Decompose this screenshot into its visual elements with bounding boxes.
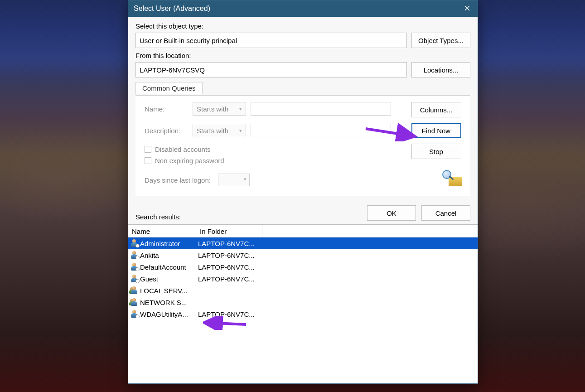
location-label: From this location: [135, 52, 470, 59]
column-folder[interactable]: In Folder [196, 225, 262, 237]
result-folder-cell: LAPTOP-6NV7C... [196, 275, 262, 283]
name-mode-combo[interactable]: Starts with [193, 102, 246, 116]
select-user-dialog: Select User (Advanced) Select this objec… [128, 0, 478, 384]
dialog-top-section: Select this object type: User or Built-i… [128, 17, 478, 201]
result-row[interactable]: DefaultAccountLAPTOP-6NV7C... [128, 261, 478, 273]
user-icon [130, 263, 139, 271]
user-icon [130, 251, 139, 259]
result-name-text: NETWORK S... [140, 299, 187, 306]
result-name-text: LOCAL SERV... [140, 287, 188, 295]
user-icon [130, 310, 139, 318]
action-row: Search results: OK Cancel [128, 201, 478, 224]
result-name-text: WDAGUtilityA... [140, 310, 188, 318]
result-name-cell: NETWORK S... [128, 298, 196, 306]
result-row[interactable]: WDAGUtilityA...LAPTOP-6NV7C... [128, 308, 478, 320]
result-name-cell: Guest [128, 275, 196, 283]
result-folder-cell: LAPTOP-6NV7C... [196, 252, 262, 259]
search-folder-icon [440, 170, 462, 186]
object-type-label: Select this object type: [135, 22, 470, 30]
window-title: Select User (Advanced) [134, 5, 210, 13]
description-mode-combo[interactable]: Starts with [193, 124, 246, 137]
disabled-accounts-label: Disabled accounts [155, 145, 211, 153]
result-name-cell: WDAGUtilityA... [128, 310, 196, 318]
tab-row: Common Queries [135, 82, 470, 96]
result-row[interactable]: LOCAL SERV... [128, 285, 478, 296]
result-name-cell: LOCAL SERV... [128, 286, 196, 295]
result-folder-cell: LAPTOP-6NV7C... [196, 240, 262, 247]
tab-common-queries[interactable]: Common Queries [135, 82, 203, 94]
result-row[interactable]: GuestLAPTOP-6NV7C... [128, 273, 478, 285]
description-filter-label: Description: [145, 127, 188, 135]
result-name-text: Administrator [140, 240, 180, 247]
user-icon [130, 275, 139, 283]
result-row[interactable]: NETWORK S... [128, 296, 478, 308]
locations-button[interactable]: Locations... [411, 62, 470, 77]
ok-button[interactable]: OK [367, 205, 416, 221]
close-icon [464, 5, 470, 13]
annotation-arrow-find-now [363, 123, 418, 141]
group-icon [130, 298, 139, 306]
result-name-cell: DefaultAccount [128, 263, 196, 271]
titlebar[interactable]: Select User (Advanced) [128, 0, 478, 17]
result-name-cell: Administrator [128, 239, 196, 247]
user-icon [130, 239, 139, 247]
results-header: Name In Folder [128, 225, 478, 237]
results-panel: Name In Folder AdministratorLAPTOP-6NV7C… [128, 225, 478, 383]
svg-line-3 [366, 129, 412, 136]
cancel-button[interactable]: Cancel [421, 205, 470, 221]
results-body: AdministratorLAPTOP-6NV7C...AnkitaLAPTOP… [128, 237, 478, 320]
days-since-logon-label: Days since last logon: [145, 176, 211, 184]
result-row[interactable]: AnkitaLAPTOP-6NV7C... [128, 249, 478, 261]
close-button[interactable] [457, 0, 478, 17]
result-name-text: DefaultAccount [140, 263, 186, 271]
result-row[interactable]: AdministratorLAPTOP-6NV7C... [128, 237, 478, 249]
name-filter-input[interactable] [251, 102, 391, 116]
disabled-accounts-checkbox[interactable] [145, 146, 151, 153]
columns-button[interactable]: Columns... [411, 102, 461, 117]
column-name[interactable]: Name [128, 225, 196, 237]
annotation-arrow-local-service [203, 316, 248, 330]
svg-line-5 [207, 323, 246, 324]
days-since-logon-combo[interactable] [218, 174, 250, 186]
result-name-cell: Ankita [128, 251, 196, 259]
group-icon [130, 286, 139, 295]
stop-button[interactable]: Stop [411, 144, 461, 159]
search-results-label: Search results: [135, 213, 362, 221]
result-folder-cell: LAPTOP-6NV7C... [196, 263, 262, 271]
object-type-field[interactable]: User or Built-in security principal [135, 33, 407, 48]
find-now-button[interactable]: Find Now [411, 123, 461, 138]
non-expiring-label: Non expiring password [155, 157, 224, 165]
result-name-text: Ankita [140, 252, 159, 259]
non-expiring-checkbox[interactable] [145, 157, 151, 164]
common-queries-panel: Name: Starts with Description: Starts wi… [135, 96, 470, 196]
result-name-text: Guest [140, 275, 158, 283]
name-filter-label: Name: [145, 105, 188, 113]
object-types-button[interactable]: Object Types... [411, 33, 470, 48]
location-field[interactable]: LAPTOP-6NV7CSVQ [135, 62, 407, 77]
